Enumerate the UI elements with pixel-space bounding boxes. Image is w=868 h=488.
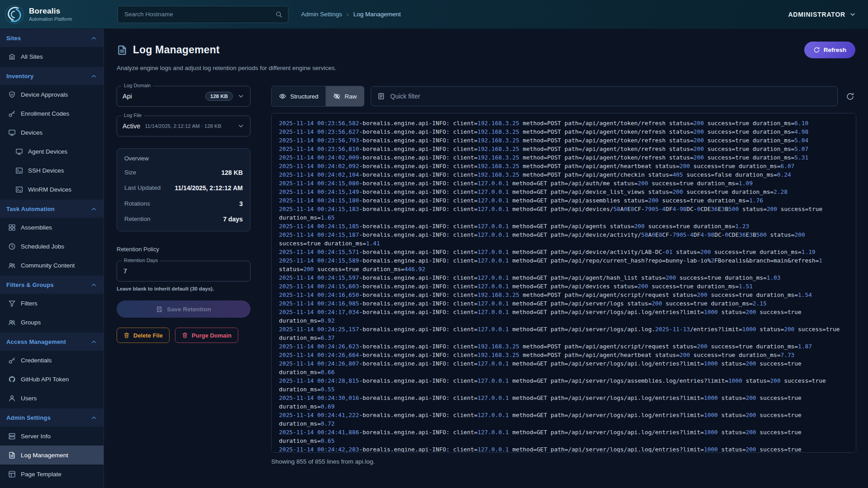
key-icon — [8, 110, 16, 117]
delete-file-button[interactable]: Delete File — [117, 328, 170, 343]
sidebar-nav: SitesAll SitesInventoryDevice ApprovalsE… — [0, 29, 104, 483]
sidebar-section-access-management[interactable]: Access Management — [0, 333, 104, 351]
log-viewer-panel: Structured Raw 2025- — [271, 86, 856, 465]
page-title: Log Management — [133, 44, 220, 56]
sidebar-item-enrollment-codes[interactable]: Enrollment Codes — [0, 104, 104, 123]
sidebar-item-label: SSH Devices — [28, 167, 64, 174]
log-line: 2025-11-14 00:24:15,603-borealis.engine.… — [279, 282, 849, 291]
sidebar-item-label: Enrollment Codes — [21, 110, 69, 117]
search-icon — [275, 11, 283, 18]
sidebar-section-label: Task Automation — [6, 206, 55, 212]
key-icon — [8, 357, 16, 364]
refresh-icon — [846, 92, 854, 101]
sidebar-section-task-automation[interactable]: Task Automation — [0, 200, 104, 218]
sidebar-item-assemblies[interactable]: Assemblies — [0, 218, 104, 237]
user-icon — [8, 394, 16, 402]
sidebar-item-github-api-token[interactable]: GitHub API Token — [0, 370, 104, 389]
log-footer: Showing 855 of 855 lines from api.log. — [271, 458, 856, 465]
chevron-up-icon — [90, 414, 97, 421]
breadcrumb-admin-settings[interactable]: Admin Settings — [301, 11, 342, 18]
overview-row-last-updated: Last Updated 11/14/2025, 2:12:12 AM — [124, 183, 243, 192]
quick-filter-input[interactable] — [389, 92, 831, 100]
sidebar-section-inventory[interactable]: Inventory — [0, 67, 104, 85]
sidebar-item-label: WinRM Devices — [28, 186, 71, 193]
overview-value: 128 KB — [222, 168, 243, 177]
overview-row-size: Size 128 KB — [124, 168, 243, 177]
log-line: 2025-11-14 00:23:56,793-borealis.engine.… — [279, 136, 849, 145]
save-retention-label: Save Retention — [167, 306, 211, 313]
purge-domain-button[interactable]: Purge Domain — [175, 328, 238, 343]
chevron-up-icon — [90, 338, 97, 345]
search-input[interactable] — [123, 10, 272, 18]
chevron-down-icon — [237, 93, 245, 100]
sidebar-section-admin-settings[interactable]: Admin Settings — [0, 408, 104, 427]
retention-days-label: Retention Days — [122, 258, 160, 263]
server-icon — [8, 432, 16, 440]
refresh-button-label: Refresh — [824, 47, 846, 53]
overview-label: Last Updated — [124, 183, 160, 192]
log-line: 2025-11-14 00:24:26,807-borealis.engine.… — [279, 359, 849, 376]
sidebar-section-label: Admin Settings — [6, 414, 51, 421]
sidebar-item-groups[interactable]: Groups — [0, 313, 104, 332]
topbar: Borealis Automation Platform Admin Setti… — [0, 0, 868, 29]
sidebar-item-credentials[interactable]: Credentials — [0, 351, 104, 370]
overview-row-rotations: Rotations 3 — [124, 199, 243, 208]
refresh-button[interactable]: Refresh — [804, 42, 855, 58]
sidebar-item-device-approvals[interactable]: Device Approvals — [0, 85, 104, 104]
sidebar-item-winrm-devices[interactable]: WinRM Devices — [0, 180, 104, 199]
sidebar-item-log-management[interactable]: Log Management — [0, 446, 104, 465]
quick-filter-field[interactable] — [371, 86, 838, 106]
brand[interactable]: Borealis Automation Platform — [0, 5, 104, 24]
log-file-value: Active — [123, 122, 141, 130]
sidebar-item-server-info[interactable]: Server Info — [0, 427, 104, 446]
log-output[interactable]: 2025-11-14 00:23:56,582-borealis.engine.… — [271, 113, 856, 453]
sidebar-item-users[interactable]: Users — [0, 389, 104, 408]
sidebar-item-all-sites[interactable]: All Sites — [0, 47, 104, 66]
breadcrumb-log-management[interactable]: Log Management — [353, 11, 401, 18]
log-line: 2025-11-14 00:24:16,985-borealis.engine.… — [279, 299, 849, 308]
raw-view-label: Raw — [344, 93, 357, 100]
danger-actions: Delete File Purge Domain — [117, 328, 250, 343]
delete-file-label: Delete File — [133, 332, 163, 339]
people-icon — [8, 262, 16, 269]
log-domain-select[interactable]: Log Domain Api 128 KB — [117, 86, 250, 107]
raw-view-button[interactable]: Raw — [326, 86, 364, 106]
sidebar-item-page-template[interactable]: Page Template — [0, 465, 104, 483]
log-domain-label: Log Domain — [122, 83, 153, 88]
main-content: Log Management Refresh Analyze engine lo… — [104, 29, 868, 488]
brand-name: Borealis — [29, 7, 72, 16]
sidebar-section-filters-groups[interactable]: Filters & Groups — [0, 276, 104, 294]
sidebar-item-label: Server Info — [21, 433, 51, 440]
sidebar-item-filters[interactable]: Filters — [0, 294, 104, 313]
log-line: 2025-11-14 00:24:15,187-borealis.engine.… — [279, 230, 849, 248]
sidebar-item-ssh-devices[interactable]: SSH Devices — [0, 161, 104, 180]
retention-days-input[interactable] — [123, 267, 245, 275]
user-menu-label: ADMINISTRATOR — [788, 11, 845, 18]
terminal-icon — [15, 186, 23, 193]
sidebar-item-devices[interactable]: Devices — [0, 123, 104, 142]
overview-card: Overview Size 128 KB Last Updated 11/14/… — [117, 148, 250, 231]
sidebar-item-scheduled-jobs[interactable]: Scheduled Jobs — [0, 237, 104, 256]
sidebar-section-sites[interactable]: Sites — [0, 29, 104, 47]
page-header: Log Management Refresh Analyze engine lo… — [104, 29, 868, 71]
user-menu[interactable]: ADMINISTRATOR — [788, 11, 856, 18]
hostname-search[interactable] — [118, 6, 288, 23]
overview-value: 11/14/2025, 2:12:12 AM — [175, 183, 243, 192]
sidebar-item-community-content[interactable]: Community Content — [0, 256, 104, 275]
sidebar-item-agent-devices[interactable]: Agent Devices — [0, 142, 104, 161]
retention-days-field[interactable]: Retention Days — [117, 261, 250, 282]
log-line: 2025-11-14 00:24:15,080-borealis.engine.… — [279, 179, 849, 188]
sidebar-section-label: Inventory — [6, 73, 33, 80]
chevron-up-icon — [90, 282, 97, 288]
sidebar-item-label: Groups — [21, 319, 41, 326]
template-icon — [8, 470, 16, 478]
github-icon — [8, 375, 16, 383]
reload-logs-button[interactable] — [844, 90, 856, 103]
brand-subtitle: Automation Platform — [29, 16, 72, 22]
filter-document-icon — [377, 93, 385, 100]
log-file-select[interactable]: Log File Active 11/14/2025, 2:12:12 AM ·… — [117, 116, 250, 136]
borealis-logo-icon — [5, 5, 24, 24]
log-line: 2025-11-14 00:24:02,104-borealis.engine.… — [279, 170, 849, 179]
save-retention-button[interactable]: Save Retention — [117, 300, 250, 318]
structured-view-button[interactable]: Structured — [272, 86, 326, 106]
